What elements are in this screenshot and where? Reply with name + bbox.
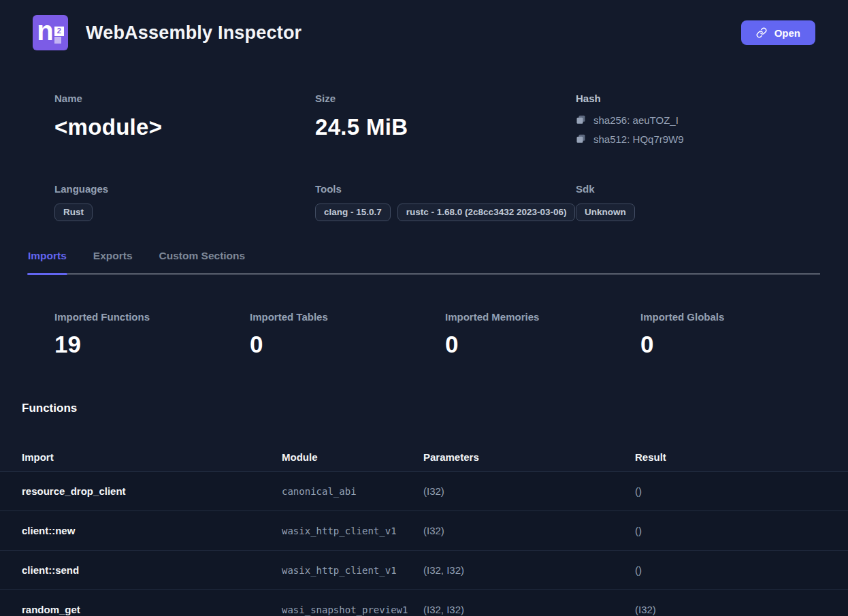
cell-import: client::new — [22, 525, 282, 536]
hash-value: sha512: HQq7r9W9 — [593, 133, 684, 145]
stat-label: Imported Memories — [445, 311, 640, 323]
open-button[interactable]: Open — [741, 20, 815, 45]
sdk-label: Sdk — [576, 183, 836, 195]
name-section: Name <module> — [54, 93, 315, 145]
hash-item[interactable]: sha256: aeuTOZ_I — [576, 114, 836, 126]
cell-parameters: (I32) — [423, 525, 635, 536]
functions-table-header: Import Module Parameters Result — [0, 442, 848, 471]
cell-module: wasix_http_client_v1 — [282, 565, 423, 576]
stat-card: Imported Memories 0 — [445, 311, 640, 358]
column-header-module: Module — [282, 451, 423, 463]
cell-module: wasix_http_client_v1 — [282, 525, 423, 536]
stat-card: Imported Globals 0 — [640, 311, 836, 358]
cell-parameters: (I32) — [423, 485, 635, 497]
functions-heading: Functions — [22, 402, 848, 415]
cell-import: resource_drop_client — [22, 485, 282, 497]
tab-custom-sections[interactable]: Custom Sections — [159, 250, 246, 274]
tools-section: Tools clang - 15.0.7rustc - 1.68.0 (2c8c… — [315, 183, 576, 221]
hash-value: sha256: aeuTOZ_I — [593, 114, 679, 126]
imports-stats: Imported Functions 19 Imported Tables 0 … — [54, 311, 848, 358]
name-label: Name — [54, 93, 315, 104]
copy-icon[interactable] — [576, 134, 586, 144]
stat-value: 19 — [54, 331, 250, 358]
stat-card: Imported Tables 0 — [250, 311, 445, 358]
badge: Rust — [54, 204, 93, 221]
functions-table-body: resource_drop_client canonical_abi (I32)… — [0, 471, 848, 616]
logo-light-square — [54, 37, 61, 44]
tab-imports[interactable]: Imports — [27, 250, 67, 274]
hash-item[interactable]: sha512: HQq7r9W9 — [576, 133, 836, 145]
link-icon — [756, 27, 767, 38]
badge: Unknown — [576, 204, 635, 221]
tab-exports[interactable]: Exports — [93, 250, 133, 274]
tab-bar: ImportsExportsCustom Sections — [27, 250, 820, 274]
cell-import: random_get — [22, 604, 282, 615]
languages-section: Languages Rust — [54, 183, 315, 221]
column-header-parameters: Parameters — [423, 451, 635, 463]
table-row: client::send wasix_http_client_v1 (I32, … — [0, 550, 848, 589]
page-title: WebAssembly Inspector — [86, 22, 301, 44]
size-label: Size — [315, 93, 576, 104]
app-logo: n 2 — [33, 15, 68, 50]
stat-label: Imported Tables — [250, 311, 445, 323]
table-row: random_get wasi_snapshot_preview1 (I32, … — [0, 589, 848, 616]
cell-result: () — [635, 564, 848, 576]
hash-section: Hash sha256: aeuTOZ_I sha512: HQq7r9W9 — [576, 93, 836, 145]
module-name-value: <module> — [54, 114, 315, 140]
cell-module: canonical_abi — [282, 486, 423, 497]
tools-label: Tools — [315, 183, 576, 195]
cell-result: () — [635, 485, 848, 497]
sdk-badges: Unknown — [576, 204, 836, 221]
hash-label: Hash — [576, 93, 836, 104]
header: n 2 WebAssembly Inspector Open — [0, 0, 848, 63]
languages-badges: Rust — [54, 204, 315, 221]
stat-label: Imported Functions — [54, 311, 250, 323]
module-size-value: 24.5 MiB — [315, 114, 576, 140]
table-row: resource_drop_client canonical_abi (I32)… — [0, 471, 848, 510]
badge: rustc - 1.68.0 (2c8cc3432 2023-03-06) — [397, 204, 576, 221]
stat-value: 0 — [640, 331, 836, 358]
module-meta-grid: Languages Rust Tools clang - 15.0.7rustc… — [54, 183, 836, 221]
logo-superscript-2: 2 — [54, 27, 64, 36]
cell-result: () — [635, 525, 848, 536]
cell-import: client::send — [22, 564, 282, 576]
stat-value: 0 — [445, 331, 640, 358]
copy-icon[interactable] — [576, 115, 586, 125]
stat-label: Imported Globals — [640, 311, 836, 323]
cell-module: wasi_snapshot_preview1 — [282, 604, 423, 615]
cell-parameters: (I32, I32) — [423, 564, 635, 576]
hash-list: sha256: aeuTOZ_I sha512: HQq7r9W9 — [576, 114, 836, 145]
logo-n-glyph: n — [37, 17, 53, 44]
cell-parameters: (I32, I32) — [423, 604, 635, 615]
column-header-import: Import — [22, 451, 282, 463]
badge: clang - 15.0.7 — [315, 204, 391, 221]
column-header-result: Result — [635, 451, 848, 463]
stat-card: Imported Functions 19 — [54, 311, 250, 358]
webassembly-inspector-page: n 2 WebAssembly Inspector Open Name <mod… — [0, 0, 848, 616]
module-info-grid: Name <module> Size 24.5 MiB Hash sha256:… — [54, 93, 836, 145]
open-button-label: Open — [774, 27, 800, 39]
table-row: client::new wasix_http_client_v1 (I32) (… — [0, 510, 848, 550]
tools-badges: clang - 15.0.7rustc - 1.68.0 (2c8cc3432 … — [315, 204, 576, 221]
stat-value: 0 — [250, 331, 445, 358]
languages-label: Languages — [54, 183, 315, 195]
functions-table: Import Module Parameters Result resource… — [0, 442, 848, 616]
logo-stack: 2 — [54, 27, 64, 44]
sdk-section: Sdk Unknown — [576, 183, 836, 221]
cell-result: (I32) — [635, 604, 848, 615]
size-section: Size 24.5 MiB — [315, 93, 576, 145]
